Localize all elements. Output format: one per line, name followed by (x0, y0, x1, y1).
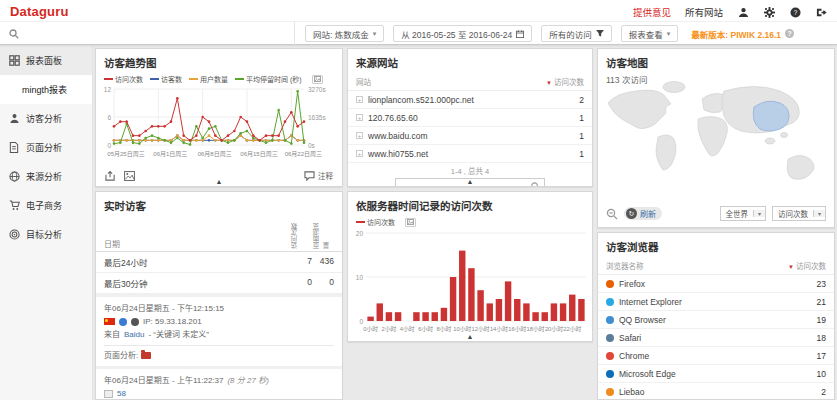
sidebar-item-ecommerce[interactable]: 电子商务 (0, 191, 92, 220)
map-region-select[interactable]: 全世界▾ (720, 206, 767, 221)
qq-browser-icon (606, 316, 614, 324)
table-row[interactable]: Chrome 17 (598, 347, 834, 365)
referrer-link[interactable]: Baidu (124, 328, 144, 341)
header-toolbar: 网站: 炼数成金▾ 从 2016-05-25 至 2016-06-24 所有的访… (0, 21, 837, 45)
chrome-icon (606, 352, 614, 360)
date-range-selector[interactable]: 从 2016-05-25 至 2016-06-24 (393, 25, 532, 42)
actions-count-icon (104, 390, 113, 398)
svg-text:12小时: 12小时 (472, 325, 490, 333)
svg-text:12: 12 (104, 86, 112, 93)
svg-text:06月8日周三: 06月8日周三 (198, 151, 232, 158)
svg-text:1635s: 1635s (308, 114, 326, 121)
svg-text:05月25日周三: 05月25日周三 (107, 151, 144, 158)
svg-text:0小时: 0小时 (363, 325, 378, 333)
version-notice[interactable]: 最新版本: PIWIK 2.16.1 ? (691, 28, 794, 40)
expand-row-icon[interactable]: + (356, 132, 363, 139)
panel-visitor-browsers: 访客浏览器 浏览器名称 ▼访问次数 Firefox 23 Internet Ex… (597, 232, 835, 400)
panel-visitor-map: 访客地图 113 次访问 ↻ 刷新 全世界▾ (597, 48, 835, 228)
report-view-selector[interactable]: 报表查看▾ (621, 25, 679, 42)
help-icon[interactable]: ? (789, 6, 801, 18)
app-logo[interactable]: Dataguru (10, 4, 69, 19)
sidebar-item-referrers[interactable]: 来源分析 (0, 162, 92, 191)
segment-funnel-icon (596, 30, 604, 37)
table-row[interactable]: Microsoft Edge 10 (598, 365, 834, 383)
global-search[interactable] (0, 22, 295, 45)
firefox-icon (606, 280, 614, 288)
table-row[interactable]: 最后30分钟 0 0 (96, 273, 342, 294)
globe-icon: ↻ (626, 208, 637, 219)
svg-text:?: ? (793, 8, 797, 15)
table-row[interactable]: +www.baidu.com 1 (348, 127, 592, 145)
annotations-icon[interactable] (304, 171, 315, 181)
dashboard-icon (9, 55, 20, 66)
gear-icon[interactable] (763, 6, 775, 18)
referrers-icon (9, 171, 20, 182)
pagination-label[interactable]: 1-4 , 总共 4 (348, 163, 592, 177)
svg-text:0: 0 (107, 142, 111, 149)
world-map[interactable] (598, 75, 834, 199)
svg-text:10小时: 10小时 (453, 325, 471, 333)
panel-expander[interactable]: ▲ (467, 178, 474, 185)
sidebar-item-goals[interactable]: 目标分析 (0, 220, 92, 249)
table-row[interactable]: QQ Browser 19 (598, 311, 834, 329)
user-icon[interactable] (737, 6, 749, 18)
sidebar-item-visitors[interactable]: 访客分析 (0, 104, 92, 133)
svg-text:20小时: 20小时 (545, 325, 563, 333)
svg-text:2小时: 2小时 (382, 325, 397, 333)
export-image-icon[interactable] (312, 75, 323, 84)
panel-visitor-trend: 访客趋势图 访问次数 访客数 用户数量 平均停留时间 (秒) 06120s163… (95, 48, 343, 187)
table-row[interactable]: Safari 18 (598, 329, 834, 347)
target-icon (9, 229, 20, 240)
table-row[interactable]: Firefox 23 (598, 275, 834, 293)
top-header: Dataguru 提供意见 所有网站 ? 网站: 炼数成金▾ 从 2016-05… (0, 0, 837, 45)
panel-title: 依服务器时间记录的访问次数 (348, 192, 592, 216)
feedback-link[interactable]: 提供意见 (633, 5, 671, 19)
svg-text:8小时: 8小时 (437, 325, 452, 333)
sidebar-item-mingth-report[interactable]: mingth报表 (0, 75, 92, 104)
table-row[interactable]: +lionplancom.s521.000pc.net 2 (348, 91, 592, 109)
os-icon (131, 318, 139, 326)
svg-text:18小时: 18小时 (527, 325, 545, 333)
image-icon[interactable] (124, 171, 135, 181)
table-row[interactable]: +120.76.65.60 1 (348, 109, 592, 127)
sidebar-item-dashboard[interactable]: 报表面板 (0, 46, 92, 75)
svg-text:4小时: 4小时 (400, 325, 415, 333)
panel-expander[interactable]: ▲ (216, 178, 223, 185)
zoom-out-icon[interactable] (606, 208, 618, 220)
svg-text:06月1日周三: 06月1日周三 (153, 151, 187, 158)
browsers-column-header[interactable]: 浏览器名称 ▼访问次数 (598, 257, 834, 275)
sidebar-item-pages[interactable]: 页面分析 (0, 133, 92, 162)
table-row[interactable]: 最后24小时 7 436 (96, 252, 342, 273)
search-input[interactable] (25, 28, 265, 39)
map-metric-select[interactable]: 访问次数▾ (772, 206, 826, 221)
svg-text:0: 0 (359, 318, 363, 325)
annotations-label[interactable]: 注释 (318, 170, 333, 181)
panel-title: 来源网站 (348, 49, 592, 73)
safari-icon (606, 334, 614, 342)
actions-count-link[interactable]: 58 (117, 387, 126, 400)
table-row[interactable]: Liebao 2 (598, 383, 834, 400)
segment-selector[interactable]: 所有的访问 (541, 25, 612, 42)
search-icon (9, 29, 19, 39)
svg-text:3270s: 3270s (308, 86, 326, 93)
export-image-icon[interactable] (405, 218, 416, 227)
svg-text:6: 6 (107, 114, 111, 121)
export-icon[interactable] (105, 171, 116, 181)
visitors-icon (9, 113, 20, 124)
map-refresh-button[interactable]: ↻ 刷新 (624, 207, 662, 220)
panel-expander[interactable]: ▲ (467, 333, 474, 340)
page-folder-icon[interactable] (141, 352, 151, 359)
table-row[interactable]: +www.hi0755.net 1 (348, 145, 592, 163)
country-flag-cn-icon (104, 318, 115, 325)
site-selector[interactable]: 网站: 炼数成金▾ (305, 25, 384, 42)
referrers-column-header[interactable]: 网站 ▼访问次数 (348, 73, 592, 91)
all-websites-link[interactable]: 所有网站 (685, 5, 723, 19)
expand-row-icon[interactable]: + (356, 150, 363, 157)
servertime-legend: 访问次数 (348, 216, 592, 227)
expand-row-icon[interactable]: + (356, 96, 363, 103)
signout-icon[interactable] (815, 6, 827, 18)
table-row[interactable]: Internet Explorer 21 (598, 293, 834, 311)
expand-row-icon[interactable]: + (356, 114, 363, 121)
visitor-trend-chart[interactable]: 06120s1635s3270s05月25日周三06月1日周三06月8日周三06… (96, 84, 342, 168)
server-time-bar-chart[interactable]: 010200小时2小时4小时6小时8小时10小时12小时14小时16小时18小时… (348, 227, 592, 339)
